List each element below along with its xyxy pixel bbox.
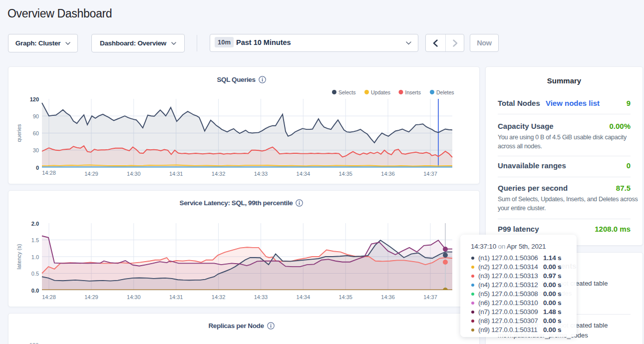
svg-text:Updates: Updates bbox=[371, 89, 390, 95]
svg-text:14:36: 14:36 bbox=[381, 171, 395, 177]
svg-text:latency (s): latency (s) bbox=[16, 244, 22, 270]
svg-text:Inserts: Inserts bbox=[405, 89, 421, 95]
svg-text:30: 30 bbox=[33, 147, 39, 153]
svg-text:14:32: 14:32 bbox=[212, 171, 226, 177]
svg-text:0.0: 0.0 bbox=[31, 288, 39, 294]
svg-text:14:32: 14:32 bbox=[212, 294, 226, 300]
svg-text:14:35: 14:35 bbox=[338, 294, 352, 300]
svg-text:14:30: 14:30 bbox=[127, 171, 141, 177]
svg-text:14:29: 14:29 bbox=[84, 294, 98, 300]
svg-text:120: 120 bbox=[30, 96, 39, 102]
svg-text:60: 60 bbox=[33, 130, 39, 136]
svg-text:Selects: Selects bbox=[338, 89, 355, 95]
svg-text:2.0: 2.0 bbox=[31, 221, 39, 227]
svg-text:14:28: 14:28 bbox=[42, 294, 56, 300]
svg-text:1.5: 1.5 bbox=[31, 237, 39, 243]
svg-text:Deletes: Deletes bbox=[436, 89, 454, 95]
svg-text:1.0: 1.0 bbox=[31, 254, 39, 260]
svg-text:0.5: 0.5 bbox=[31, 271, 39, 277]
svg-text:14:29: 14:29 bbox=[84, 171, 98, 177]
svg-text:14:34: 14:34 bbox=[297, 294, 311, 300]
svg-text:14:35: 14:35 bbox=[338, 171, 352, 177]
svg-text:14:28: 14:28 bbox=[42, 170, 56, 176]
svg-text:14:37: 14:37 bbox=[423, 171, 437, 177]
svg-text:90: 90 bbox=[33, 113, 39, 119]
svg-text:14:30: 14:30 bbox=[127, 294, 141, 300]
svg-text:queries: queries bbox=[16, 124, 22, 142]
svg-text:14:34: 14:34 bbox=[297, 171, 311, 177]
svg-text:0: 0 bbox=[36, 165, 39, 171]
svg-text:14:33: 14:33 bbox=[254, 294, 268, 300]
svg-text:14:31: 14:31 bbox=[169, 294, 183, 300]
svg-text:14:31: 14:31 bbox=[169, 171, 183, 177]
svg-text:14:36: 14:36 bbox=[381, 294, 395, 300]
svg-text:14:37: 14:37 bbox=[423, 294, 437, 300]
svg-text:14:33: 14:33 bbox=[254, 171, 268, 177]
